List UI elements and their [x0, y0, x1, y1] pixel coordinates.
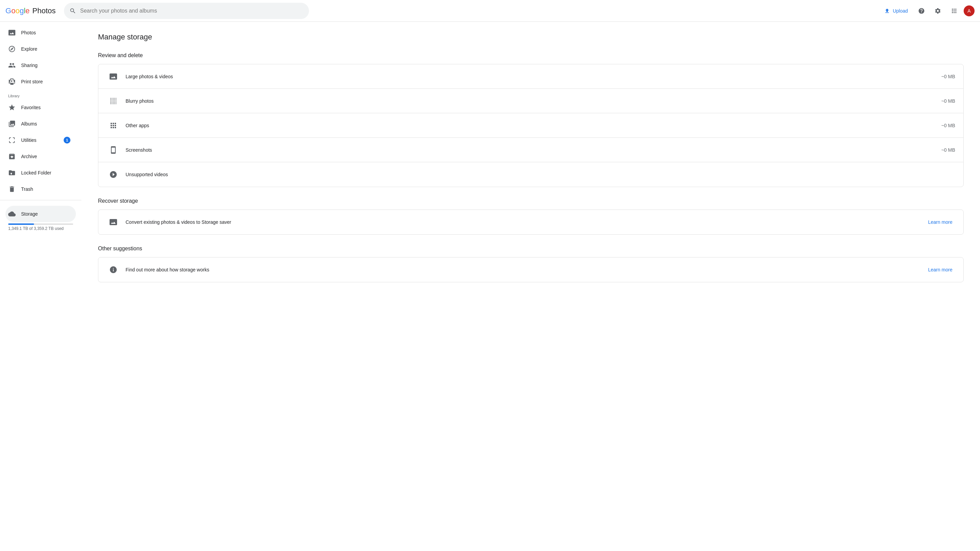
convert-item[interactable]: Convert existing photos & videos to Stor… [98, 210, 963, 234]
blurry-photos-item[interactable]: Blurry photos ~0 MB [98, 89, 963, 113]
sidebar-item-favorites[interactable]: Favorites [0, 99, 79, 116]
recover-card-list: Convert existing photos & videos to Stor… [98, 210, 964, 235]
search-bar[interactable] [64, 3, 309, 19]
utilities-badge: 1 [64, 137, 70, 143]
other-apps-label: Other apps [126, 123, 936, 128]
screenshots-item[interactable]: Screenshots ~0 MB [98, 138, 963, 162]
convert-learn-more-button[interactable]: Learn more [925, 217, 955, 227]
favorites-icon [8, 104, 16, 111]
sidebar-item-photos-label: Photos [21, 30, 36, 35]
sidebar-item-print-store-label: Print store [21, 79, 43, 84]
archive-icon [8, 153, 16, 160]
help-button[interactable] [915, 4, 928, 18]
blurry-photos-label: Blurry photos [126, 98, 936, 104]
large-photos-item[interactable]: Large photos & videos ~0 MB [98, 64, 963, 89]
search-input[interactable] [80, 8, 304, 14]
sidebar-item-photos[interactable]: Photos [0, 24, 79, 41]
google-wordmark: Google [5, 6, 30, 15]
sidebar-item-locked-folder-label: Locked Folder [21, 170, 51, 176]
how-storage-learn-more-button[interactable]: Learn more [925, 264, 955, 275]
photos-wordmark: Photos [32, 6, 56, 15]
utilities-icon [8, 137, 16, 144]
sidebar-item-sharing[interactable]: Sharing [0, 57, 79, 73]
sidebar: Photos Explore Sharing [0, 22, 82, 551]
sidebar-item-albums[interactable]: Albums [0, 116, 79, 132]
blurry-photos-size: ~0 MB [941, 98, 955, 104]
convert-icon [107, 215, 120, 229]
unsupported-videos-label: Unsupported videos [126, 172, 950, 177]
recover-section: Recover storage Convert existing photos … [98, 198, 964, 235]
sidebar-item-explore-label: Explore [21, 46, 37, 52]
sidebar-item-albums-label: Albums [21, 121, 37, 127]
large-photos-size: ~0 MB [941, 74, 955, 79]
review-section-title: Review and delete [98, 52, 964, 59]
trash-icon [8, 185, 16, 193]
explore-icon [8, 45, 16, 53]
sidebar-divider [0, 200, 81, 200]
sidebar-item-archive[interactable]: Archive [0, 148, 79, 165]
suggestions-card-list: Find out more about how storage works Le… [98, 257, 964, 282]
how-storage-works-label: Find out more about how storage works [126, 267, 920, 272]
sidebar-item-print-store[interactable]: Print store [0, 73, 79, 90]
screenshots-size: ~0 MB [941, 147, 955, 153]
sidebar-item-archive-label: Archive [21, 154, 37, 159]
large-photos-label: Large photos & videos [126, 74, 936, 79]
main-layout: Photos Explore Sharing [0, 22, 980, 551]
app-header: Google Photos Upload [0, 0, 980, 22]
sidebar-item-utilities[interactable]: Utilities 1 [0, 132, 79, 148]
suggestions-section-title: Other suggestions [98, 246, 964, 252]
storage-label: Storage [21, 211, 38, 217]
unsupported-video-icon [107, 168, 120, 181]
sidebar-item-explore[interactable]: Explore [0, 41, 79, 57]
recover-section-title: Recover storage [98, 198, 964, 204]
storage-bar-wrap [5, 222, 76, 225]
review-section: Review and delete Large photos & videos … [98, 52, 964, 187]
upload-button[interactable]: Upload [880, 5, 912, 17]
large-photo-icon [107, 70, 120, 83]
page-title: Manage storage [98, 33, 964, 41]
sidebar-item-sharing-label: Sharing [21, 63, 37, 68]
storage-item[interactable]: Storage [5, 206, 76, 222]
suggestions-section: Other suggestions Find out more about ho… [98, 246, 964, 282]
convert-label: Convert existing photos & videos to Stor… [126, 219, 920, 225]
unsupported-videos-item[interactable]: Unsupported videos [98, 162, 963, 187]
main-content: Manage storage Review and delete Large p… [82, 22, 980, 551]
sidebar-item-trash-label: Trash [21, 186, 33, 192]
sidebar-item-favorites-label: Favorites [21, 105, 41, 110]
locked-folder-icon [8, 169, 16, 176]
apps-button[interactable] [947, 4, 961, 18]
library-section-label: Library [0, 90, 81, 99]
screenshot-icon [107, 143, 120, 157]
settings-button[interactable] [931, 4, 945, 18]
info-icon [107, 263, 120, 276]
storage-used-text: 1,349.1 TB of 3,359.2 TB used [5, 225, 76, 231]
other-apps-icon [107, 119, 120, 132]
other-apps-item[interactable]: Other apps ~0 MB [98, 113, 963, 138]
sharing-icon [8, 62, 16, 69]
sidebar-item-trash[interactable]: Trash [0, 181, 79, 197]
screenshots-label: Screenshots [126, 147, 936, 153]
blurry-icon [107, 94, 120, 108]
sidebar-item-locked-folder[interactable]: Locked Folder [0, 165, 79, 181]
storage-section: Storage 1,349.1 TB of 3,359.2 TB used [0, 203, 81, 237]
logo[interactable]: Google Photos [5, 6, 56, 15]
albums-icon [8, 120, 16, 127]
photos-icon [8, 29, 16, 37]
search-icon [69, 8, 76, 14]
how-storage-works-item[interactable]: Find out more about how storage works Le… [98, 257, 963, 282]
avatar[interactable]: A [964, 5, 975, 16]
print-store-icon [8, 78, 16, 86]
storage-cloud-icon [8, 210, 16, 218]
header-actions: Upload A [880, 4, 975, 18]
sidebar-item-utilities-label: Utilities [21, 137, 37, 143]
other-apps-size: ~0 MB [941, 123, 955, 128]
review-card-list: Large photos & videos ~0 MB Blurry photo… [98, 64, 964, 187]
